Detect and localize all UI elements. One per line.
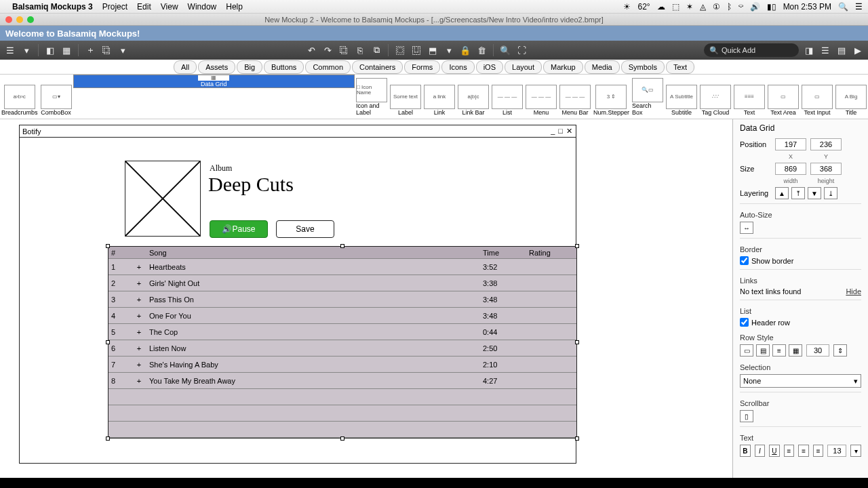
save-button[interactable]: Save: [276, 220, 334, 238]
menu-edit[interactable]: Edit: [137, 2, 151, 12]
underline-button[interactable]: U: [769, 445, 780, 457]
uilib-item[interactable]: A SubtitleSubtitle: [665, 75, 698, 119]
table-row[interactable]: 4+One For You3:48: [108, 308, 576, 324]
group-icon[interactable]: ⿴: [394, 44, 406, 56]
resize-handle[interactable]: [340, 436, 344, 441]
resize-handle[interactable]: [340, 244, 344, 248]
panel-grid-icon[interactable]: ▦: [60, 44, 73, 56]
mockup-data-grid[interactable]: #SongTimeRating1+Heartbeats3:522+Girls' …: [108, 246, 577, 439]
selection-dropdown[interactable]: None▾: [740, 374, 861, 388]
font-size-dropdown[interactable]: ▾: [850, 445, 861, 457]
notifications-icon[interactable]: ☰: [855, 2, 863, 12]
trash-icon[interactable]: 🗑: [475, 44, 488, 56]
tab-ios[interactable]: iOS: [476, 60, 503, 74]
italic-button[interactable]: I: [755, 445, 766, 457]
hide-link[interactable]: Hide: [846, 287, 861, 296]
resize-handle[interactable]: [106, 244, 110, 248]
present-icon[interactable]: ▶: [852, 44, 864, 56]
row-style-lines-button[interactable]: ≡: [772, 344, 786, 357]
align-right-button[interactable]: ≡: [813, 445, 824, 457]
uilib-item[interactable]: — — —Menu: [524, 75, 558, 119]
uilib-item[interactable]: 3 ⇕Num.Stepper: [592, 75, 631, 119]
app-name[interactable]: Balsamiq Mockups 3: [12, 2, 93, 12]
mockup-image-placeholder[interactable]: [125, 161, 201, 237]
pause-button[interactable]: 🔊 Pause: [210, 220, 268, 238]
drive-icon[interactable]: ◬: [700, 2, 706, 12]
table-row[interactable]: 8+You Take My Breath Away4:27: [108, 373, 576, 389]
tab-containers[interactable]: Containers: [352, 60, 403, 74]
uilib-item[interactable]: ∴∵Tag Cloud: [698, 75, 732, 119]
tab-markup[interactable]: Markup: [543, 60, 583, 74]
uilib-item[interactable]: — — —Menu Bar: [558, 75, 592, 119]
uilib-item[interactable]: Some textLabel: [389, 75, 422, 119]
autosize-button[interactable]: ↔: [740, 222, 753, 234]
send-backward-button[interactable]: ▼: [808, 187, 821, 199]
tab-forms[interactable]: Forms: [404, 60, 440, 74]
clock[interactable]: Mon 2:53 PM: [783, 2, 831, 12]
spotlight-icon[interactable]: 🔍: [838, 2, 848, 12]
row-style-grid-button[interactable]: ▦: [789, 344, 802, 357]
bluetooth-icon[interactable]: ᛒ: [727, 2, 732, 12]
zoom-icon[interactable]: 🔍: [499, 44, 511, 56]
tab-big[interactable]: Big: [237, 60, 262, 74]
uilib-item[interactable]: ▦Data Grid: [73, 75, 355, 88]
battery-icon[interactable]: ▮▯: [767, 2, 776, 12]
ungroup-icon[interactable]: ⿶: [410, 44, 422, 56]
table-row[interactable]: 5+The Cop0:44: [108, 324, 576, 340]
uilib-item[interactable]: □ Icon NameIcon and Label: [355, 75, 389, 119]
panel-toggle-icon[interactable]: ◨: [803, 44, 815, 56]
uilib-item[interactable]: ▭Text Area: [766, 75, 800, 119]
header-row-checkbox[interactable]: Header row: [740, 318, 861, 327]
row-style-plain-button[interactable]: ▭: [740, 344, 753, 357]
redo-icon[interactable]: ↷: [321, 44, 334, 56]
dropbox-icon[interactable]: ⬚: [672, 2, 679, 12]
tab-layout[interactable]: Layout: [505, 60, 542, 74]
tab-buttons[interactable]: Buttons: [264, 60, 304, 74]
menu-icon[interactable]: ☰: [4, 44, 16, 56]
tab-icons[interactable]: Icons: [441, 60, 474, 74]
resize-handle[interactable]: [106, 340, 110, 344]
resize-handle[interactable]: [575, 340, 579, 344]
menu-project[interactable]: Project: [102, 2, 127, 12]
scrollbar-toggle[interactable]: ▯: [740, 410, 753, 422]
canvas[interactable]: Botify _ □ ✕ Album Deep Cuts 🔊 Pause Sav…: [0, 119, 732, 486]
wifi-icon[interactable]: ⌔: [738, 2, 743, 12]
uilib-item[interactable]: a›b›cBreadcrumbs: [0, 75, 39, 119]
chevron-down-icon[interactable]: ▾: [20, 44, 33, 56]
bold-button[interactable]: B: [740, 445, 751, 457]
table-row[interactable]: 6+Listen Now2:50: [108, 340, 576, 357]
chevron-down-icon[interactable]: ▾: [117, 44, 129, 56]
copy-icon[interactable]: ⿻: [338, 44, 350, 56]
table-row[interactable]: 7+She's Having A Baby2:10: [108, 357, 576, 373]
fullscreen-icon[interactable]: ⛶: [515, 44, 528, 56]
align-left-button[interactable]: ≡: [784, 445, 795, 457]
show-border-checkbox[interactable]: Show border: [740, 256, 861, 265]
ui-library-strip[interactable]: a›b›cBreadcrumbs▭▾ComboBox▦Data Grid□ Ic…: [0, 75, 868, 119]
duplicate-icon[interactable]: ⿻: [100, 44, 113, 56]
bring-forward-button[interactable]: ▲: [775, 187, 789, 199]
tab-symbols[interactable]: Symbols: [621, 60, 665, 74]
paste-icon[interactable]: ⎘: [354, 44, 366, 56]
align-center-button[interactable]: ≡: [798, 445, 809, 457]
lock-icon[interactable]: 🔒: [459, 44, 471, 56]
chevron-down-icon[interactable]: ▾: [443, 44, 455, 56]
quick-add-search[interactable]: 🔍 Quick Add: [704, 43, 799, 57]
uilib-item[interactable]: ▭▾ComboBox: [39, 75, 73, 119]
align-icon[interactable]: ⬒: [427, 44, 439, 56]
position-x-input[interactable]: [775, 138, 806, 150]
sync-icon[interactable]: ✶: [686, 2, 693, 12]
tab-common[interactable]: Common: [305, 60, 351, 74]
resize-handle[interactable]: [106, 436, 110, 441]
size-height-input[interactable]: [810, 163, 842, 175]
comments-icon[interactable]: ☰: [819, 44, 831, 56]
bring-front-button[interactable]: ⤒: [791, 187, 805, 199]
row-style-alt-button[interactable]: ▤: [756, 344, 770, 357]
tab-text[interactable]: Text: [666, 60, 694, 74]
position-y-input[interactable]: [810, 138, 842, 150]
uilib-item[interactable]: a linkLink: [422, 75, 456, 119]
uilib-item[interactable]: — — —List: [490, 75, 524, 119]
tab-assets[interactable]: Assets: [198, 60, 235, 74]
uilib-item[interactable]: ▭Text Input: [800, 75, 834, 119]
undo-icon[interactable]: ↶: [305, 44, 317, 56]
table-row[interactable]: 1+Heartbeats3:52: [108, 259, 576, 275]
